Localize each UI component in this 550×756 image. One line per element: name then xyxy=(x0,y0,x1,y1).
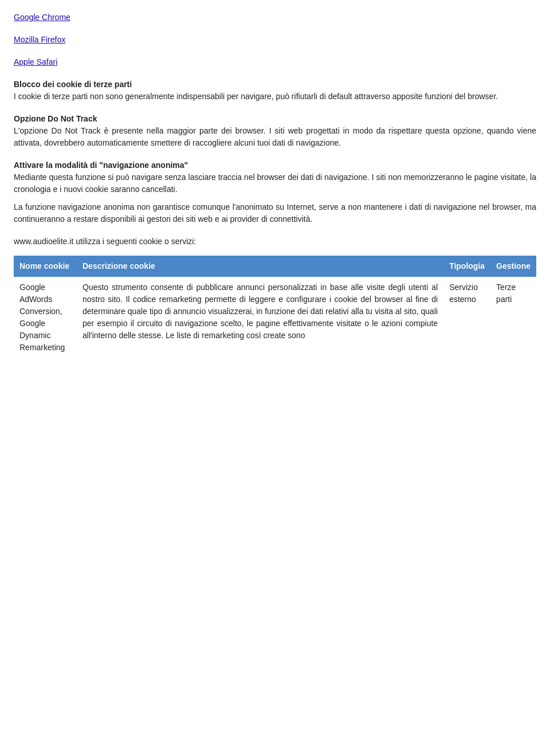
col-header-gestione: Gestione xyxy=(490,256,536,277)
do-not-track-body1: L'opzione Do Not Track è presente nella … xyxy=(14,126,266,135)
block-cookie-heading: Blocco dei cookie di terze parti xyxy=(14,80,132,89)
do-not-track-paragraph: Opzione Do Not Track L'opzione Do Not Tr… xyxy=(14,113,536,149)
col-header-name: Nome cookie xyxy=(14,256,77,277)
website-line: www.audioelite.it utilizza i seguenti co… xyxy=(14,236,536,248)
website-line-text: www.audioelite.it utilizza i seguenti co… xyxy=(14,237,196,246)
anon-nav-body1: Mediante questa funzione si può navigare… xyxy=(14,173,370,182)
block-cookie-body: I cookie di terze parti non sono general… xyxy=(14,92,498,101)
anon-nav-title: Attivare la modalità di "navigazione ano… xyxy=(14,160,188,170)
table-row: Google AdWords Conversion, Google Dynami… xyxy=(14,277,536,358)
col-header-description: Descrizione cookie xyxy=(77,256,443,277)
cookie-table: Nome cookie Descrizione cookie Tipologia… xyxy=(14,256,536,358)
cell-cookie-name: Google AdWords Conversion, Google Dynami… xyxy=(14,277,77,358)
google-chrome-link[interactable]: Google Chrome xyxy=(14,13,70,22)
block-cookie-title: Blocco dei cookie di terze parti I cooki… xyxy=(14,79,536,103)
do-not-track-title: Opzione Do Not Track xyxy=(14,114,97,123)
anon-nav-section: Attivare la modalità di "navigazione ano… xyxy=(14,159,536,225)
cell-cookie-gestione: Terze parti xyxy=(490,277,536,358)
apple-safari-link[interactable]: Apple Safari xyxy=(14,57,57,66)
col-header-tipologia: Tipologia xyxy=(443,256,490,277)
do-not-track-section: Opzione Do Not Track L'opzione Do Not Tr… xyxy=(14,113,536,149)
anon-nav-paragraph2: La funzione navigazione anonima non gara… xyxy=(14,201,536,225)
cell-cookie-tipologia: Servizio esterno xyxy=(443,277,490,358)
block-cookie-section: Blocco dei cookie di terze parti I cooki… xyxy=(14,79,536,103)
mozilla-firefox-link[interactable]: Mozilla Firefox xyxy=(14,35,65,44)
apple-safari-link-block: Apple Safari xyxy=(14,56,536,68)
cell-cookie-description: Questo strumento consente di pubblicare … xyxy=(77,277,443,358)
mozilla-firefox-link-block: Mozilla Firefox xyxy=(14,34,536,46)
anon-nav-paragraph1: Attivare la modalità di "navigazione ano… xyxy=(14,159,536,195)
google-chrome-link-block: Google Chrome xyxy=(14,11,536,23)
table-header-row: Nome cookie Descrizione cookie Tipologia… xyxy=(14,256,536,277)
